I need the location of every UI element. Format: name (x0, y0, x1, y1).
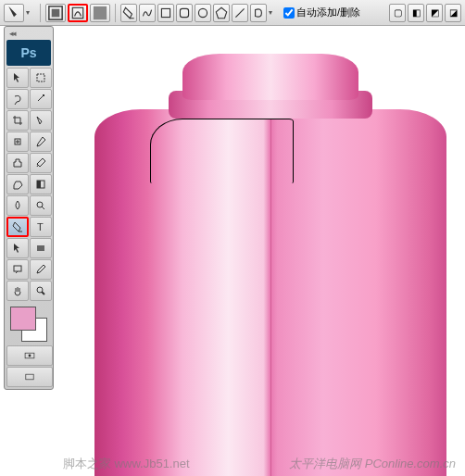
eraser-tool[interactable] (6, 174, 29, 194)
auto-add-delete-option[interactable]: 自动添加/删除 (283, 6, 360, 19)
svg-rect-4 (161, 8, 170, 17)
fill-pixels-mode[interactable] (90, 4, 110, 22)
bottle-cap (182, 54, 358, 100)
divider (115, 4, 116, 22)
history-brush-tool[interactable] (30, 153, 52, 173)
dropdown-icon[interactable]: ▾ (269, 8, 278, 17)
slice-tool[interactable] (30, 110, 52, 131)
hand-tool[interactable] (6, 281, 29, 301)
shape-layers-mode[interactable] (45, 4, 66, 22)
svg-point-6 (198, 8, 207, 17)
notes-tool[interactable] (6, 259, 29, 280)
pen-tool-option[interactable] (120, 4, 137, 22)
svg-line-13 (42, 207, 44, 209)
svg-rect-8 (37, 74, 44, 81)
svg-rect-1 (52, 8, 60, 17)
screen-mode-toggle[interactable] (6, 367, 53, 387)
zoom-tool[interactable] (30, 281, 52, 301)
freeform-pen-option[interactable] (139, 4, 156, 22)
path-combine-exclude[interactable]: ◪ (445, 4, 461, 22)
healing-brush-tool[interactable] (6, 132, 29, 152)
active-path-outline[interactable] (150, 119, 294, 183)
dodge-tool[interactable] (30, 195, 52, 216)
svg-line-18 (42, 292, 44, 294)
svg-rect-21 (26, 374, 33, 380)
svg-rect-11 (37, 181, 41, 188)
auto-add-delete-checkbox[interactable] (283, 7, 295, 19)
type-tool[interactable]: T (30, 217, 52, 237)
crop-tool[interactable] (6, 110, 29, 131)
svg-rect-15 (37, 245, 44, 251)
path-combine-subtract[interactable]: ◧ (408, 4, 424, 22)
path-selection-tool[interactable] (6, 238, 29, 258)
color-swatches[interactable] (6, 305, 51, 344)
svg-rect-2 (72, 7, 82, 18)
dropdown-icon[interactable]: ▾ (26, 8, 35, 17)
lasso-tool[interactable] (6, 89, 29, 109)
checkbox-label: 自动添加/删除 (296, 6, 360, 19)
line-shape[interactable] (232, 4, 248, 22)
toolbox-grip[interactable]: ◂◂ (6, 29, 51, 38)
marquee-tool[interactable] (30, 68, 52, 88)
watermark-left: 脚本之家 www.Jb51.net (63, 456, 190, 472)
toolbox-panel: ◂◂ Ps T (4, 26, 54, 390)
artwork-bottle (94, 54, 446, 476)
gradient-tool[interactable] (30, 174, 52, 194)
custom-shape[interactable] (250, 4, 267, 22)
rectangle-shape[interactable] (157, 4, 174, 22)
canvas[interactable] (57, 26, 465, 476)
photoshop-logo: Ps (6, 40, 51, 66)
paths-mode[interactable] (68, 4, 88, 22)
quick-mask-toggle[interactable] (6, 345, 53, 366)
divider (40, 4, 41, 22)
path-combine-add[interactable]: ▢ (389, 4, 406, 22)
polygon-shape[interactable] (213, 4, 230, 22)
magic-wand-tool[interactable] (30, 89, 52, 109)
svg-rect-16 (14, 266, 21, 271)
clone-stamp-tool[interactable] (6, 153, 29, 173)
tool-preset-picker[interactable] (4, 4, 24, 22)
svg-text:T: T (37, 221, 44, 232)
brush-tool[interactable] (30, 132, 52, 152)
foreground-color-swatch[interactable] (10, 307, 36, 331)
rectangle-tool[interactable] (30, 238, 52, 258)
svg-line-7 (235, 8, 244, 17)
options-bar: ▾ ▾ 自动添加/删除 ▢ ◧ ◩ ◪ (0, 0, 465, 26)
svg-rect-3 (94, 6, 107, 19)
svg-point-20 (29, 355, 31, 357)
pen-tool[interactable] (6, 217, 29, 237)
blur-tool[interactable] (6, 195, 29, 216)
ellipse-shape[interactable] (195, 4, 211, 22)
svg-rect-5 (180, 8, 188, 17)
rounded-rectangle-shape[interactable] (176, 4, 193, 22)
move-tool[interactable] (6, 68, 29, 88)
watermark-right: 太平洋电脑网 PConline.com.cn (289, 456, 456, 472)
path-combine-intersect[interactable]: ◩ (426, 4, 443, 22)
eyedropper-tool[interactable] (30, 259, 52, 280)
